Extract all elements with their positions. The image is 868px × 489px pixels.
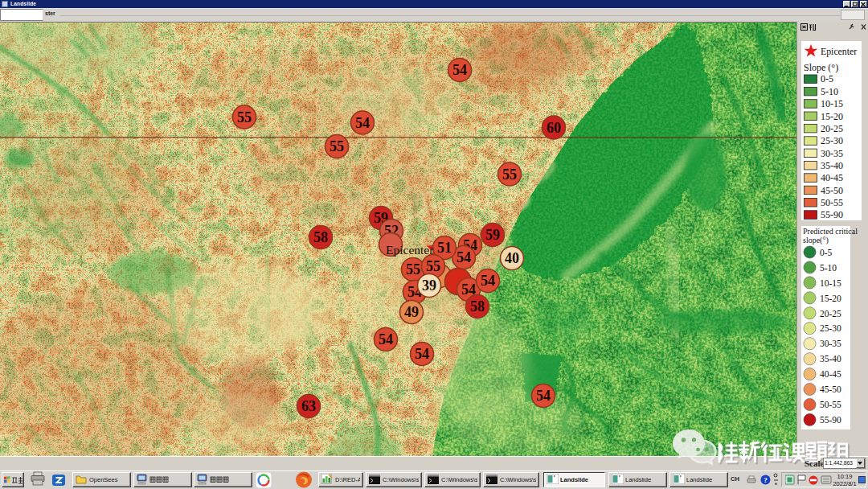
svg-text:54: 54	[415, 346, 429, 362]
svg-text:20-25: 20-25	[821, 123, 843, 134]
svg-text:50-55: 50-55	[821, 197, 843, 208]
svg-text:10-15: 10-15	[821, 98, 843, 109]
svg-text:40-45: 40-45	[821, 172, 843, 183]
svg-text:10-15: 10-15	[820, 278, 841, 288]
svg-text:58: 58	[313, 229, 328, 245]
svg-text:54: 54	[379, 331, 393, 347]
svg-text:25-30: 25-30	[821, 135, 843, 146]
svg-text:63: 63	[301, 398, 316, 414]
svg-text:55: 55	[237, 109, 252, 125]
svg-text:50-55: 50-55	[820, 400, 841, 409]
svg-text:Epicenter: Epicenter	[821, 46, 857, 57]
svg-text:30-35: 30-35	[821, 148, 843, 159]
svg-text:30-35: 30-35	[820, 339, 841, 348]
svg-text:35-40: 35-40	[820, 354, 841, 364]
svg-text:45-50: 45-50	[821, 185, 843, 196]
svg-text:55: 55	[330, 138, 344, 154]
svg-text:15-20: 15-20	[820, 294, 841, 303]
svg-text:60: 60	[547, 120, 561, 136]
svg-text:54: 54	[481, 273, 495, 289]
svg-text:40: 40	[505, 250, 519, 266]
svg-text:5-10: 5-10	[821, 86, 838, 97]
svg-text:54: 54	[452, 62, 467, 78]
svg-text:25-30: 25-30	[820, 323, 841, 333]
svg-text:58: 58	[470, 298, 485, 314]
svg-text:Slope (°): Slope (°)	[804, 62, 838, 73]
svg-text:5-10: 5-10	[820, 263, 837, 273]
svg-text:55-90: 55-90	[820, 415, 841, 425]
svg-text:54: 54	[536, 388, 551, 404]
svg-text:39: 39	[422, 277, 436, 294]
svg-text:49: 49	[404, 304, 419, 320]
svg-text:54: 54	[457, 249, 471, 265]
svg-text:45-50: 45-50	[820, 384, 841, 394]
svg-text:55: 55	[426, 258, 440, 274]
svg-text:59: 59	[485, 227, 500, 243]
svg-text:55: 55	[502, 166, 517, 183]
svg-text:Predicted critical: Predicted critical	[803, 227, 858, 236]
svg-text:15-20: 15-20	[821, 111, 843, 122]
svg-text:51: 51	[437, 240, 452, 256]
svg-text:slope(°): slope(°)	[803, 236, 829, 245]
svg-text:?: ?	[764, 476, 768, 484]
svg-text:0-5: 0-5	[820, 248, 833, 257]
svg-text:55: 55	[406, 261, 420, 277]
svg-text:55-90: 55-90	[821, 209, 843, 220]
svg-text:20-25: 20-25	[820, 309, 841, 318]
svg-text:54: 54	[355, 115, 370, 131]
svg-text:0-5: 0-5	[821, 73, 833, 84]
svg-text:40-45: 40-45	[820, 369, 841, 379]
svg-text:35-40: 35-40	[821, 160, 843, 171]
svg-text:Epicenter: Epicenter	[386, 243, 434, 257]
